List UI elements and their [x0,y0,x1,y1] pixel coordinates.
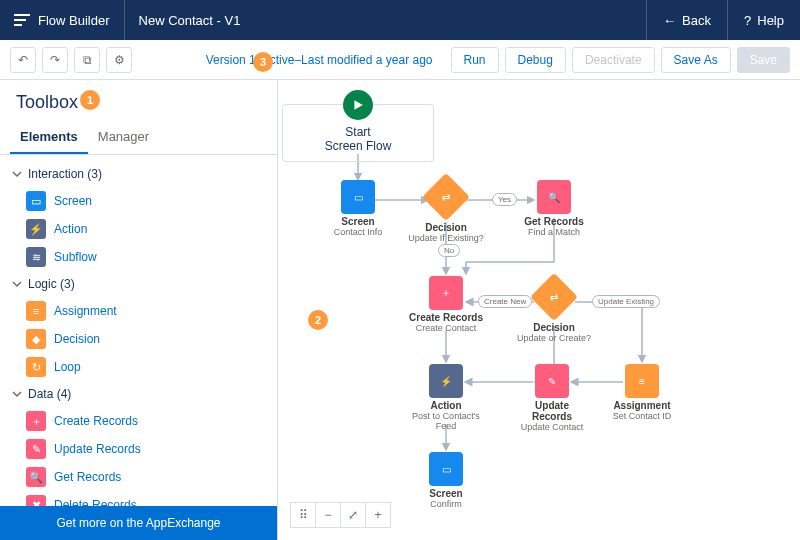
node-decision-update-if-existing[interactable]: ⇄ Decision Update If Existing? [408,176,484,243]
toolbox-item[interactable]: ✎Update Records [0,435,277,463]
toolbox-item[interactable]: ▭Screen [0,187,277,215]
toolbox-list: Interaction (3)▭Screen⚡Action≋SubflowLog… [0,155,277,506]
save-button[interactable]: Save [737,47,790,73]
help-icon: ? [744,13,751,28]
tab-manager[interactable]: Manager [88,121,159,154]
node-assignment[interactable]: ≡ Assignment Set Contact ID [604,364,680,421]
toolbox-group-header[interactable]: Interaction (3) [0,161,277,187]
canvas-zoom-out-button[interactable]: − [315,502,341,528]
save-as-button[interactable]: Save As [661,47,731,73]
toolbox-item[interactable]: ≡Assignment [0,297,277,325]
toolbox-item[interactable]: ✖Delete Records [0,491,277,506]
settings-button[interactable]: ⚙ [106,47,132,73]
debug-button[interactable]: Debug [505,47,566,73]
start-node[interactable]: Start Screen Flow [282,104,434,162]
toolbox-item[interactable]: ＋Create Records [0,407,277,435]
screen-icon: ▭ [429,452,463,486]
fit-icon: ⤢ [348,508,358,522]
toolbox-item-label: Action [54,222,87,236]
callout-marker-2: 2 [308,310,328,330]
group-label: Interaction (3) [28,167,102,181]
toolbox-group-header[interactable]: Logic (3) [0,271,277,297]
flow-canvas[interactable]: Start Screen Flow ▭ Screen Contact Info … [278,80,800,540]
get-records-icon: 🔍 [537,180,571,214]
element-type-icon: ✖ [26,495,46,506]
flow-title: New Contact - V1 [125,0,255,40]
node-screen-contact-info[interactable]: ▭ Screen Contact Info [326,180,390,237]
canvas-zoom-in-button[interactable]: + [365,502,391,528]
select-icon: ⠿ [299,508,308,522]
node-update-records[interactable]: ✎ Update Records Update Contact [514,364,590,432]
brand-label: Flow Builder [38,13,110,28]
app-header: Flow Builder New Contact - V1 ← Back ? H… [0,0,800,40]
node-create-records[interactable]: ＋ Create Records Create Contact [408,276,484,333]
element-type-icon: ⚡ [26,219,46,239]
back-arrow-icon: ← [663,13,676,28]
toolbox-item-label: Update Records [54,442,141,456]
toolbox-item-label: Get Records [54,470,121,484]
toolbox-item-label: Assignment [54,304,117,318]
node-decision-update-or-create[interactable]: ⇄ Decision Update or Create? [516,276,592,343]
decision-icon: ⇄ [422,173,470,221]
toolbox-tabs: Elements Manager [0,121,277,155]
toolbox-item[interactable]: ◆Decision [0,325,277,353]
run-button[interactable]: Run [451,47,499,73]
element-type-icon: ＋ [26,411,46,431]
copy-icon: ⧉ [83,53,92,67]
copy-button[interactable]: ⧉ [74,47,100,73]
callout-marker-3: 3 [253,52,273,72]
tab-elements[interactable]: Elements [10,121,88,154]
edge-label-yes: Yes [492,193,517,206]
element-type-icon: ▭ [26,191,46,211]
toolbox-item[interactable]: 🔍Get Records [0,463,277,491]
node-get-records[interactable]: 🔍 Get Records Find a Match [522,180,586,237]
element-type-icon: ↻ [26,357,46,377]
node-action-post-feed[interactable]: ⚡ Action Post to Contact's Feed [408,364,484,431]
action-icon: ⚡ [429,364,463,398]
chevron-down-icon [12,169,22,179]
back-button[interactable]: ← Back [646,0,727,40]
canvas-controls: ⠿ − ⤢ + [290,502,391,528]
decision-icon: ⇄ [530,273,578,321]
assignment-icon: ≡ [625,364,659,398]
element-type-icon: ✎ [26,439,46,459]
back-label: Back [682,13,711,28]
brand: Flow Builder [0,0,125,40]
flow-logo-icon [14,14,30,26]
toolbox-item-label: Screen [54,194,92,208]
element-type-icon: ≡ [26,301,46,321]
undo-button[interactable]: ↶ [10,47,36,73]
undo-icon: ↶ [18,53,28,67]
toolbox-item[interactable]: ↻Loop [0,353,277,381]
redo-button[interactable]: ↷ [42,47,68,73]
node-screen-confirm[interactable]: ▭ Screen Confirm [414,452,478,509]
group-label: Data (4) [28,387,71,401]
deactivate-button: Deactivate [572,47,655,73]
gear-icon: ⚙ [114,53,125,67]
toolbox-item[interactable]: ⚡Action [0,215,277,243]
help-label: Help [757,13,784,28]
toolbox-sidebar: Toolbox 1 Elements Manager Interaction (… [0,80,278,540]
toolbox-item-label: Subflow [54,250,97,264]
toolbox-item-label: Delete Records [54,498,137,506]
toolbar: ↶ ↷ ⧉ ⚙ 3 Version 1: Active–Last modifie… [0,40,800,80]
toolbox-group-header[interactable]: Data (4) [0,381,277,407]
toolbox-title: Toolbox [16,92,78,112]
group-label: Logic (3) [28,277,75,291]
help-button[interactable]: ? Help [727,0,800,40]
chevron-down-icon [12,389,22,399]
canvas-select-button[interactable]: ⠿ [290,502,316,528]
chevron-down-icon [12,279,22,289]
minus-icon: − [324,508,331,522]
toolbox-item[interactable]: ≋Subflow [0,243,277,271]
canvas-fit-button[interactable]: ⤢ [340,502,366,528]
redo-icon: ↷ [50,53,60,67]
edge-label-create-new: Create New [478,295,532,308]
get-more-appexchange[interactable]: Get more on the AppExchange [0,506,277,540]
start-sub: Screen Flow [287,139,429,153]
callout-marker-1: 1 [80,90,100,110]
start-title: Start [287,125,429,139]
element-type-icon: 🔍 [26,467,46,487]
plus-icon: + [374,508,381,522]
screen-icon: ▭ [341,180,375,214]
